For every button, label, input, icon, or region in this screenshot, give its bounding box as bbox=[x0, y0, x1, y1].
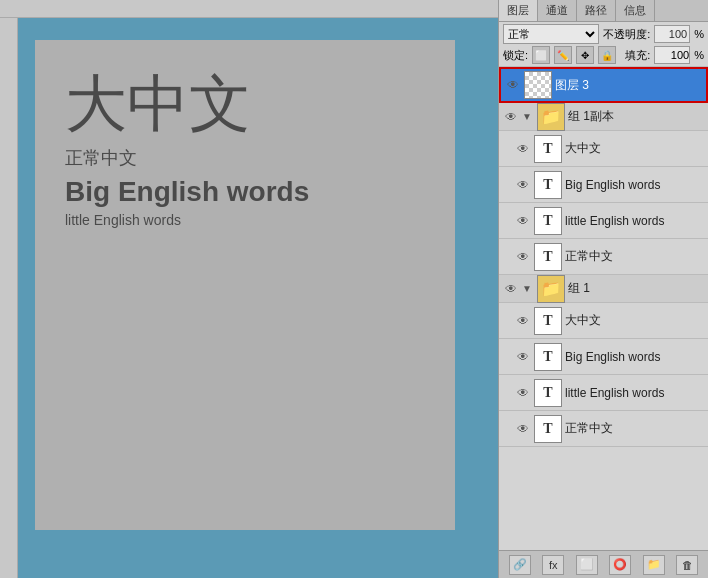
layer-name-normal-cn-1: 正常中文 bbox=[565, 248, 704, 265]
ruler-top bbox=[0, 0, 500, 18]
fill-label: 填充: bbox=[625, 48, 650, 63]
layers-panel: 图层 通道 路径 信息 正常 不透明度: % 锁定: ⬜ ✏️ ✥ 🔒 填充: … bbox=[498, 0, 708, 578]
visibility-icon-big-en-2[interactable]: 👁 bbox=[515, 349, 531, 365]
layer-thumb-big-cn-1: T bbox=[534, 135, 562, 163]
opacity-input[interactable] bbox=[654, 25, 690, 43]
normal-chinese-text: 正常中文 bbox=[65, 146, 425, 170]
layer-thumb-little-en-2: T bbox=[534, 379, 562, 407]
layers-list: 👁 图层 3 👁 ▼ 📁 组 1副本 👁 T 大中文 👁 T Big Engli… bbox=[499, 67, 708, 550]
layer-name-fe3: 图层 3 bbox=[555, 77, 702, 94]
expand-arrow-group-copy[interactable]: ▼ bbox=[522, 111, 532, 122]
lock-transparent-btn[interactable]: ⬜ bbox=[532, 46, 550, 64]
layer-mask-btn[interactable]: ⬜ bbox=[576, 555, 598, 575]
visibility-icon-normal-cn-2[interactable]: 👁 bbox=[515, 421, 531, 437]
tab-paths[interactable]: 路径 bbox=[577, 0, 616, 21]
layer-name-little-en-2: little English words bbox=[565, 386, 704, 400]
visibility-icon-fe3[interactable]: 👁 bbox=[505, 77, 521, 93]
tab-info[interactable]: 信息 bbox=[616, 0, 655, 21]
visibility-icon-little-en-2[interactable]: 👁 bbox=[515, 385, 531, 401]
document-canvas: 大中文 正常中文 Big English words little Englis… bbox=[35, 40, 455, 530]
layer-item-big-en-1[interactable]: 👁 T Big English words bbox=[499, 167, 708, 203]
layer-item-normal-cn-2[interactable]: 👁 T 正常中文 bbox=[499, 411, 708, 447]
panel-bottom-toolbar: 🔗 fx ⬜ ⭕ 📁 🗑 bbox=[499, 550, 708, 578]
layer-thumb-big-en-1: T bbox=[534, 171, 562, 199]
layer-name-big-cn-2: 大中文 bbox=[565, 312, 704, 329]
new-group-btn[interactable]: 📁 bbox=[643, 555, 665, 575]
layer-thumb-fe3 bbox=[524, 71, 552, 99]
visibility-icon-big-cn-1[interactable]: 👁 bbox=[515, 141, 531, 157]
blend-mode-select[interactable]: 正常 bbox=[503, 24, 599, 44]
layer-item-big-en-2[interactable]: 👁 T Big English words bbox=[499, 339, 708, 375]
visibility-icon-group1[interactable]: 👁 bbox=[503, 281, 519, 297]
adjustment-layer-btn[interactable]: ⭕ bbox=[609, 555, 631, 575]
layer-item-normal-cn-1[interactable]: 👁 T 正常中文 bbox=[499, 239, 708, 275]
layer-item-little-en-2[interactable]: 👁 T little English words bbox=[499, 375, 708, 411]
layer-item-little-en-1[interactable]: 👁 T little English words bbox=[499, 203, 708, 239]
layer-name-little-en-1: little English words bbox=[565, 214, 704, 228]
group-name-1: 组 1 bbox=[568, 280, 704, 297]
visibility-icon-big-cn-2[interactable]: 👁 bbox=[515, 313, 531, 329]
fill-percent: % bbox=[694, 49, 704, 61]
layer-name-big-cn-1: 大中文 bbox=[565, 140, 704, 157]
layer-name-normal-cn-2: 正常中文 bbox=[565, 420, 704, 437]
lock-label: 锁定: bbox=[503, 48, 528, 63]
layer-name-big-en-1: Big English words bbox=[565, 178, 704, 192]
percent-sign: % bbox=[694, 28, 704, 40]
layer-thumb-big-en-2: T bbox=[534, 343, 562, 371]
lock-position-btn[interactable]: ✥ bbox=[576, 46, 594, 64]
layer-thumb-little-en-1: T bbox=[534, 207, 562, 235]
panel-tabs: 图层 通道 路径 信息 bbox=[499, 0, 708, 22]
group-name-copy: 组 1副本 bbox=[568, 108, 704, 125]
big-chinese-text: 大中文 bbox=[65, 70, 425, 138]
lock-image-btn[interactable]: ✏️ bbox=[554, 46, 572, 64]
layer-item-fe3[interactable]: 👁 图层 3 bbox=[499, 67, 708, 103]
ruler-left bbox=[0, 18, 18, 578]
tab-channels[interactable]: 通道 bbox=[538, 0, 577, 21]
layer-thumb-normal-cn-1: T bbox=[534, 243, 562, 271]
delete-layer-btn[interactable]: 🗑 bbox=[676, 555, 698, 575]
fill-input[interactable] bbox=[654, 46, 690, 64]
visibility-icon-big-en-1[interactable]: 👁 bbox=[515, 177, 531, 193]
layer-name-big-en-2: Big English words bbox=[565, 350, 704, 364]
expand-arrow-group1[interactable]: ▼ bbox=[522, 283, 532, 294]
group-item-1[interactable]: 👁 ▼ 📁 组 1 bbox=[499, 275, 708, 303]
group-item-copy[interactable]: 👁 ▼ 📁 组 1副本 bbox=[499, 103, 708, 131]
layer-thumb-big-cn-2: T bbox=[534, 307, 562, 335]
layer-thumb-normal-cn-2: T bbox=[534, 415, 562, 443]
lock-all-btn[interactable]: 🔒 bbox=[598, 46, 616, 64]
link-layers-btn[interactable]: 🔗 bbox=[509, 555, 531, 575]
big-english-text: Big English words bbox=[65, 176, 425, 208]
layer-item-big-cn-1[interactable]: 👁 T 大中文 bbox=[499, 131, 708, 167]
opacity-label: 不透明度: bbox=[603, 27, 650, 42]
little-english-text: little English words bbox=[65, 212, 425, 228]
layer-item-big-cn-2[interactable]: 👁 T 大中文 bbox=[499, 303, 708, 339]
tab-layers[interactable]: 图层 bbox=[499, 0, 538, 21]
visibility-icon-group-copy[interactable]: 👁 bbox=[503, 109, 519, 125]
visibility-icon-little-en-1[interactable]: 👁 bbox=[515, 213, 531, 229]
group-thumb-copy: 📁 bbox=[537, 103, 565, 131]
layer-effects-btn[interactable]: fx bbox=[542, 555, 564, 575]
group-thumb-1: 📁 bbox=[537, 275, 565, 303]
visibility-icon-normal-cn-1[interactable]: 👁 bbox=[515, 249, 531, 265]
